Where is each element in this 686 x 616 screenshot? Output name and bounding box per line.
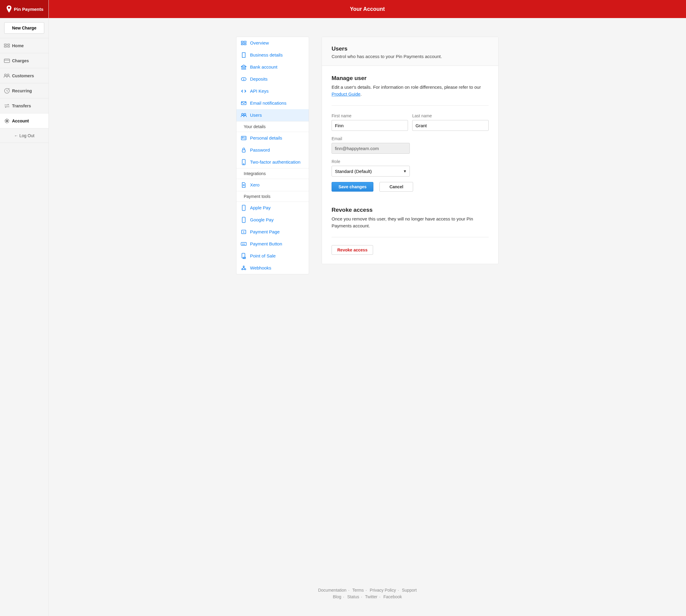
revoke-button[interactable]: Revoke access	[331, 245, 373, 255]
brand-logo[interactable]: Pin Payments	[0, 0, 48, 18]
footer-facebook[interactable]: Facebook	[383, 594, 402, 599]
footer-docs[interactable]: Documentation	[318, 588, 346, 593]
nav-charges[interactable]: Charges	[0, 53, 48, 68]
cancel-button[interactable]: Cancel	[380, 182, 413, 192]
role-row: Role Standard (Default) ▾	[331, 159, 489, 177]
subnav-pos-label: Point of Sale	[250, 253, 276, 258]
svg-point-32	[242, 137, 243, 138]
subnav-webhooks[interactable]: Webhooks	[236, 262, 309, 274]
footer-status[interactable]: Status	[347, 594, 359, 599]
footer-row-2: Blog· Status· Twitter· Facebook	[49, 594, 686, 599]
subnav-api[interactable]: API Keys	[236, 85, 309, 97]
main-area: Your Account Overview Business details B…	[49, 0, 686, 616]
page-title: Your Account	[350, 6, 385, 12]
svg-point-50	[243, 266, 244, 267]
email-input	[331, 143, 410, 154]
panel-header: Users Control who has access to your Pin…	[322, 37, 498, 66]
nav-home[interactable]: Home	[0, 38, 48, 53]
gear-icon	[3, 118, 11, 124]
first-name-input[interactable]	[331, 120, 408, 131]
svg-rect-10	[241, 41, 243, 43]
mail-icon	[240, 101, 247, 105]
product-guide-link[interactable]: Product Guide	[331, 91, 361, 96]
svg-point-37	[243, 163, 244, 164]
last-name-input[interactable]	[412, 120, 489, 131]
nav-recurring[interactable]: Recurring	[0, 83, 48, 98]
manage-title: Manage user	[331, 75, 489, 82]
svg-rect-4	[4, 59, 9, 63]
revoke-section: Revoke access Once you remove this user,…	[331, 207, 489, 255]
subnav-payment-page[interactable]: $Payment Page	[236, 226, 309, 238]
first-name-label: First name	[331, 113, 408, 118]
subnav-xero[interactable]: Xero	[236, 179, 309, 191]
home-icon	[3, 44, 11, 48]
footer: Documentation· Terms· Privacy Policy· Su…	[49, 580, 686, 616]
footer-terms[interactable]: Terms	[352, 588, 364, 593]
nav-recurring-label: Recurring	[12, 88, 32, 93]
nav-transfers[interactable]: Transfers	[0, 98, 48, 113]
transfers-icon	[3, 104, 11, 108]
svg-rect-3	[7, 46, 9, 47]
card-icon	[3, 59, 11, 63]
footer-privacy[interactable]: Privacy Policy	[370, 588, 396, 593]
first-name-group: First name	[331, 113, 408, 131]
subnav-apple-pay[interactable]: Apple Pay	[236, 202, 309, 214]
svg-point-9	[6, 120, 8, 122]
id-icon	[240, 136, 247, 140]
customers-icon	[3, 74, 11, 78]
subnav-email[interactable]: Email notifications	[236, 97, 309, 109]
svg-rect-35	[242, 150, 245, 152]
subnav-business[interactable]: Business details	[236, 49, 309, 61]
new-charge-button[interactable]: New Charge	[4, 22, 44, 34]
svg-rect-1	[4, 46, 7, 47]
pos-icon	[240, 253, 247, 259]
subnav-bank[interactable]: Bank account	[236, 61, 309, 73]
svg-rect-11	[244, 41, 246, 43]
name-row: First name Last name	[331, 113, 489, 131]
subnav-overview-label: Overview	[250, 40, 269, 45]
deposits-icon: $	[240, 77, 247, 81]
nav-account[interactable]: Account	[0, 113, 48, 128]
subnav-overview[interactable]: Overview	[236, 37, 309, 49]
subnav-users[interactable]: Users	[236, 109, 309, 121]
phone2-icon	[240, 205, 247, 211]
svg-point-29	[242, 113, 243, 115]
subnav-users-label: Users	[250, 112, 262, 117]
bank-icon	[240, 65, 247, 69]
logout-button[interactable]: ← Log Out	[0, 128, 48, 143]
save-button[interactable]: Save changes	[331, 182, 373, 192]
panel-body: Manage user Edit a user's details. For i…	[322, 66, 498, 264]
subnav-personal[interactable]: Personal details	[236, 132, 309, 144]
revoke-desc: Once you remove this user, they will no …	[331, 216, 489, 229]
subnav-personal-label: Personal details	[250, 135, 282, 140]
users-panel: Users Control who has access to your Pin…	[322, 37, 498, 264]
sep: ·	[361, 594, 362, 599]
svg-rect-13	[244, 44, 246, 45]
email-group: Email	[331, 136, 410, 154]
footer-blog[interactable]: Blog	[333, 594, 341, 599]
manage-desc-pre: Edit a user's details. For information o…	[331, 85, 481, 90]
subnav-pos[interactable]: Point of Sale	[236, 250, 309, 262]
subnav-email-label: Email notifications	[250, 101, 286, 106]
button-row: Save changes Cancel	[331, 182, 489, 192]
role-label: Role	[331, 159, 410, 164]
subnav-password[interactable]: Password	[236, 144, 309, 156]
nav-customers[interactable]: Customers	[0, 68, 48, 83]
subnav-2fa[interactable]: Two-factor authentication	[236, 156, 309, 168]
subnav-google-pay[interactable]: Google Pay	[236, 214, 309, 226]
svg-text:$: $	[243, 78, 244, 81]
sep: ·	[398, 588, 399, 593]
app-root: Pin Payments New Charge Home Charges Cus…	[0, 0, 686, 616]
role-select[interactable]: Standard (Default)	[331, 166, 410, 177]
footer-support[interactable]: Support	[402, 588, 417, 593]
subnav-deposits[interactable]: $Deposits	[236, 73, 309, 85]
nav-charges-label: Charges	[12, 58, 29, 63]
subnav-bank-label: Bank account	[250, 64, 277, 69]
subnav-webhooks-label: Webhooks	[250, 265, 272, 270]
subnav-api-label: API Keys	[250, 88, 269, 93]
content: Overview Business details Bank account $…	[49, 18, 686, 580]
footer-twitter[interactable]: Twitter	[365, 594, 377, 599]
phone3-icon	[240, 217, 247, 223]
panel-title: Users	[331, 45, 489, 52]
subnav-payment-button[interactable]: PAYPayment Button	[236, 238, 309, 250]
